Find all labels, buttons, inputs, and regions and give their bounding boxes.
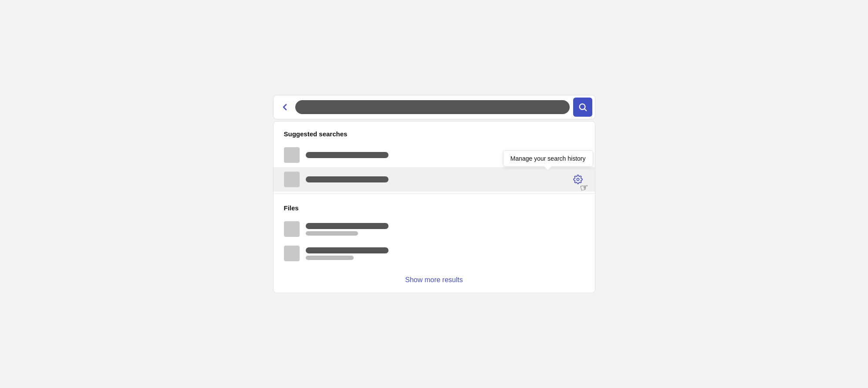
file-item-1[interactable]: [274, 217, 595, 241]
svg-line-1: [584, 109, 586, 111]
show-more-button[interactable]: Show more results: [274, 267, 595, 293]
manage-history-button[interactable]: Manage your search history: [571, 173, 584, 186]
gear-icon: [573, 175, 583, 184]
files-section-title: Files: [274, 196, 595, 217]
file-text-2: [306, 247, 584, 260]
search-input[interactable]: [295, 100, 570, 114]
file-icon-2: [284, 246, 300, 261]
suggested-section: Suggested searches Manage your search hi…: [274, 121, 595, 192]
suggestion-icon-1: [284, 147, 300, 163]
dropdown-panel: Suggested searches Manage your search hi…: [273, 121, 595, 293]
file-item-2[interactable]: [274, 241, 595, 266]
suggestion-bar-primary-1: [306, 152, 388, 158]
suggestion-item-2[interactable]: Manage your search history ☞: [274, 167, 595, 192]
file-bar-secondary-2: [306, 256, 354, 260]
file-bar-secondary-1: [306, 231, 358, 236]
suggestion-icon-2: [284, 172, 300, 187]
search-bar: [273, 95, 595, 119]
search-container: Suggested searches Manage your search hi…: [273, 95, 595, 293]
suggested-section-title: Suggested searches: [274, 121, 595, 143]
search-button[interactable]: [573, 98, 592, 117]
file-text-1: [306, 223, 584, 236]
file-bar-primary-1: [306, 223, 388, 229]
file-bar-primary-2: [306, 247, 388, 253]
suggestion-text-2: [306, 176, 565, 182]
suggestion-item-1[interactable]: [274, 143, 595, 167]
section-divider: [274, 193, 595, 194]
suggestion-bar-primary-2: [306, 176, 388, 182]
suggestion-text-1: [306, 152, 584, 158]
file-icon-1: [284, 221, 300, 237]
files-section: Files: [274, 196, 595, 266]
svg-point-2: [577, 178, 579, 181]
back-button[interactable]: [278, 100, 292, 114]
